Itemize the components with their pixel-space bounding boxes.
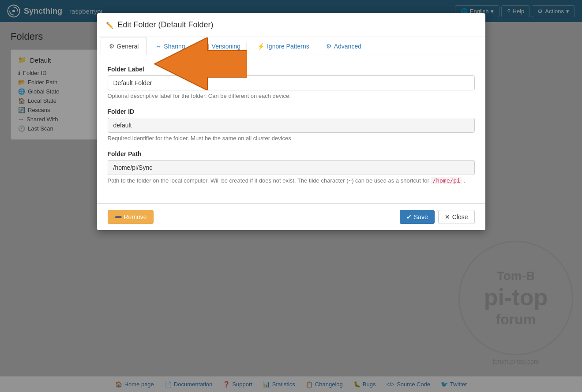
folder-label-label: Folder Label — [108, 66, 475, 73]
modal-body: Folder Label Optional descriptive label … — [97, 55, 485, 203]
modal-tabs: ⚙ General ↔ Sharing 📋 Versioning ⚡ Ignor… — [97, 37, 485, 55]
tab-advanced[interactable]: ⚙ Advanced — [318, 37, 370, 55]
folder-id-help: Required identifier for the folder. Must… — [108, 135, 475, 142]
modal-overlay[interactable]: ✏️ Edit Folder (Default Folder) ⚙ Genera… — [0, 0, 582, 392]
folder-id-label-text: Folder ID — [108, 108, 475, 115]
tab-general-icon: ⚙ — [109, 43, 115, 50]
folder-path-group: Folder Path Path to the folder on the lo… — [108, 150, 475, 184]
close-button[interactable]: ✕ Close — [438, 210, 475, 224]
minus-icon: ➖ — [114, 213, 122, 220]
folder-path-label-text: Folder Path — [108, 150, 475, 157]
edit-icon: ✏️ — [106, 22, 113, 29]
folder-id-group: Folder ID Required identifier for the fo… — [108, 108, 475, 142]
tab-filter-icon: ⚡ — [257, 43, 265, 50]
close-icon: ✕ — [445, 213, 450, 220]
modal-title: Edit Folder (Default Folder) — [118, 20, 214, 30]
folder-path-input[interactable] — [108, 160, 475, 175]
tab-advanced-icon: ⚙ — [326, 43, 332, 50]
tab-ignore-patterns[interactable]: ⚡ Ignore Patterns — [249, 37, 318, 55]
folder-label-input[interactable] — [108, 75, 475, 90]
modal-header: ✏️ Edit Folder (Default Folder) — [97, 13, 485, 37]
tab-general[interactable]: ⚙ General — [101, 37, 147, 55]
folder-id-input[interactable] — [108, 118, 475, 133]
tab-sharing[interactable]: ↔ Sharing — [147, 37, 193, 55]
folder-path-help: Path to the folder on the local computer… — [108, 177, 475, 184]
footer-right: ✔ Save ✕ Close — [400, 210, 475, 224]
folder-label-group: Folder Label Optional descriptive label … — [108, 66, 475, 99]
folder-label-help: Optional descriptive label for the folde… — [108, 93, 475, 99]
tab-versioning-icon: 📋 — [202, 43, 210, 50]
footer-left: ➖ Remove — [108, 210, 154, 224]
remove-button[interactable]: ➖ Remove — [108, 210, 154, 224]
edit-folder-modal: ✏️ Edit Folder (Default Folder) ⚙ Genera… — [97, 13, 485, 230]
tab-versioning[interactable]: 📋 Versioning — [194, 37, 249, 55]
tab-sharing-icon: ↔ — [155, 43, 161, 50]
checkmark-icon: ✔ — [406, 213, 412, 220]
save-button[interactable]: ✔ Save — [400, 210, 435, 224]
modal-footer: ➖ Remove ✔ Save ✕ Close — [97, 203, 485, 230]
